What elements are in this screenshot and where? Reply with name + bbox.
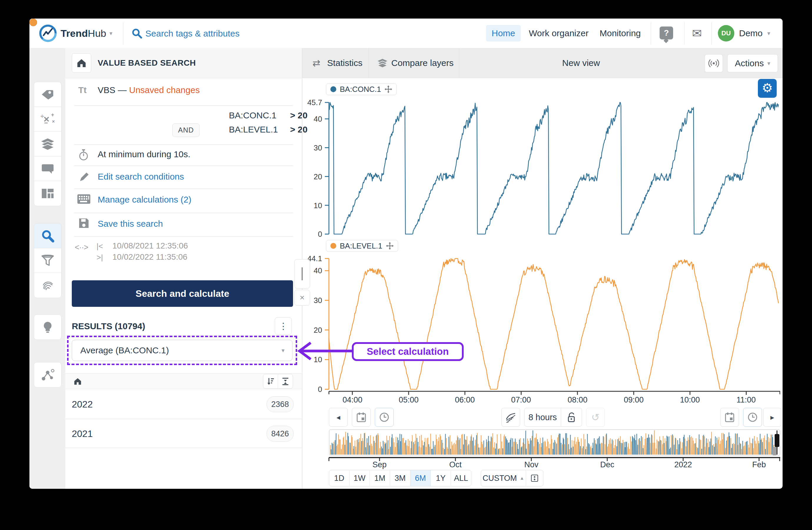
result-count-badge: 8426: [266, 426, 294, 442]
clock-icon: [747, 412, 758, 422]
help-icon[interactable]: ?: [659, 27, 673, 40]
pan-left-button[interactable]: ◂: [329, 408, 348, 427]
left-icon-rail: ÷+×−×: [29, 48, 65, 489]
rail-filter-button[interactable]: [34, 248, 61, 273]
results-kebab-menu-button[interactable]: ⋮: [275, 317, 292, 334]
chartbar-separator: [368, 48, 369, 78]
lock-duration-button[interactable]: [561, 408, 582, 426]
dashboard-icon: [41, 188, 54, 199]
rail-insights-button[interactable]: [34, 315, 61, 340]
move-icon[interactable]: [386, 242, 394, 250]
overview-month-label: Nov: [514, 460, 549, 469]
text-style-icon[interactable]: Tt: [78, 85, 87, 95]
user-name[interactable]: Demo: [739, 18, 763, 48]
vbs-label: VBS: [98, 85, 115, 95]
search-and-calculate-button[interactable]: Search and calculate: [72, 280, 293, 307]
zoom-custom[interactable]: CUSTOM ▲: [481, 470, 526, 486]
actions-label: Actions: [735, 58, 764, 68]
zoom-1m[interactable]: 1M: [370, 470, 390, 486]
y-tick-label: 20: [296, 326, 322, 334]
zoom-1y[interactable]: 1Y: [431, 470, 451, 486]
clock-end-button[interactable]: [743, 408, 762, 427]
results-table-header: [65, 373, 302, 389]
splitter-grip[interactable]: [294, 259, 310, 289]
y-tick-label: 20: [296, 172, 322, 181]
rail-fingerprint-button[interactable]: [34, 273, 61, 298]
user-menu-caret-icon[interactable]: ▾: [767, 18, 770, 48]
condition-tag: BA:LEVEL.1: [229, 125, 278, 135]
rail-layers-button[interactable]: [34, 131, 61, 157]
nav-work-organizer[interactable]: Work organizer: [527, 25, 590, 42]
zoom-6m[interactable]: 6M: [410, 470, 431, 486]
live-mode-button[interactable]: [705, 54, 723, 72]
nav-monitoring[interactable]: Monitoring: [597, 25, 644, 42]
zoom-1w[interactable]: 1W: [349, 470, 370, 486]
zoom-3m[interactable]: 3M: [390, 470, 410, 486]
duration-value[interactable]: 8 hours: [525, 408, 561, 426]
x-tick-label: 11:00: [730, 395, 762, 405]
search-icon: [131, 28, 142, 39]
stopwatch-icon: [78, 149, 89, 161]
overview-month-label: Dec: [590, 460, 625, 469]
sort-button[interactable]: [263, 374, 278, 388]
actions-button[interactable]: Actions ▾: [727, 54, 778, 72]
trend-overlay-button[interactable]: [501, 408, 520, 427]
edit-search-conditions-link[interactable]: Edit search conditions: [98, 172, 184, 182]
result-count-badge: 2368: [266, 396, 294, 412]
zoom-1d[interactable]: 1D: [329, 470, 349, 486]
manage-calculations-link[interactable]: Manage calculations (2): [98, 195, 191, 205]
view-title: New view: [537, 48, 625, 78]
funnel-icon: [41, 254, 55, 267]
rail-dashboard-button[interactable]: [34, 181, 61, 206]
skip-to-start-icon[interactable]: |<: [97, 242, 103, 251]
brand-bold: Trend: [61, 28, 88, 39]
overview-month-label: 2022: [666, 460, 701, 469]
legend-conc[interactable]: BA:CONC.1: [326, 83, 396, 95]
calendar-start-button[interactable]: [352, 408, 371, 427]
topbar-divider: [711, 22, 712, 44]
custom-label: CUSTOM: [482, 470, 517, 486]
legend-level[interactable]: BA:LEVEL.1: [326, 240, 398, 252]
zoom-all[interactable]: ALL: [451, 470, 471, 486]
overview-strip[interactable]: [329, 429, 780, 456]
move-icon[interactable]: [385, 85, 392, 93]
rail-formulas-button[interactable]: ÷+×−×: [34, 107, 61, 132]
panel-home-button[interactable]: [72, 53, 91, 73]
unlock-icon: [566, 412, 576, 422]
avatar[interactable]: DU: [718, 25, 734, 42]
rail-context-button[interactable]: [34, 362, 61, 388]
search-input[interactable]: [145, 26, 369, 41]
rail-tags-button[interactable]: [34, 82, 61, 107]
y-tick-label: 0: [296, 230, 322, 238]
vbs-separator: —: [118, 85, 127, 95]
panel-close-button[interactable]: ×: [294, 290, 310, 306]
legend-label: BA:CONC.1: [340, 85, 381, 94]
nav-home[interactable]: Home: [486, 25, 521, 42]
fit-view-button[interactable]: [526, 470, 543, 486]
condition-tag: BA:CONC.1: [229, 110, 277, 121]
skip-to-end-icon[interactable]: >|: [97, 253, 103, 262]
history-button[interactable]: ↺: [586, 408, 605, 427]
tab-statistics[interactable]: Statistics: [327, 48, 362, 78]
chart-settings-button[interactable]: ⚙: [758, 79, 777, 98]
mail-icon[interactable]: ✉: [692, 18, 702, 48]
x-axis: [324, 390, 780, 399]
x-tick-label: 06:00: [449, 395, 481, 405]
clock-start-button[interactable]: [375, 408, 394, 427]
tab-compare-layers[interactable]: Compare layers: [391, 48, 454, 78]
unsaved-changes-label: Unsaved changes: [129, 85, 200, 95]
calculation-select[interactable]: Average (BA:CONC.1) ▾: [72, 340, 292, 361]
chart-level[interactable]: [324, 254, 780, 393]
pan-right-button[interactable]: ▸: [763, 408, 781, 427]
chart-conc[interactable]: [324, 98, 780, 238]
time-range-icon: <··>: [75, 243, 88, 252]
collapse-button[interactable]: [278, 374, 293, 388]
save-this-search-link[interactable]: Save this search: [98, 219, 163, 229]
rail-search-button[interactable]: [34, 223, 61, 249]
rail-comments-button[interactable]: [34, 156, 61, 181]
topbar-divider: [684, 22, 685, 44]
brand-caret-icon[interactable]: ▾: [110, 18, 112, 48]
calendar-end-button[interactable]: [720, 408, 739, 427]
overview-handle-knob[interactable]: [772, 447, 777, 455]
compare-layers-icon: [377, 58, 388, 68]
